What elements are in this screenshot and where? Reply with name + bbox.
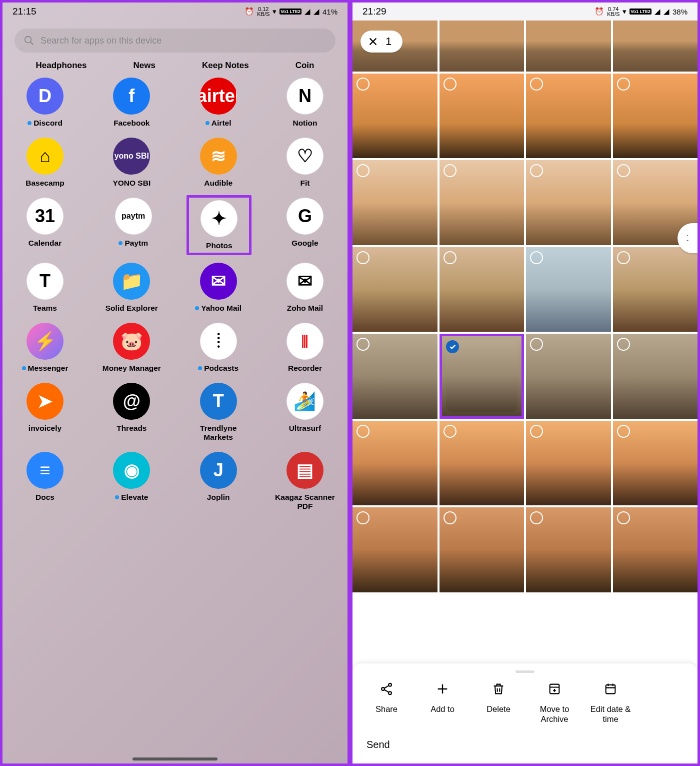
app-label: Docs <box>36 493 54 502</box>
selection-count: 1 <box>386 35 392 48</box>
app-elevate[interactable]: ◉Elevate <box>99 452 164 511</box>
selection-circle-icon[interactable] <box>356 511 370 524</box>
drag-handle-icon[interactable] <box>516 670 534 673</box>
selection-circle-icon[interactable] <box>617 511 630 524</box>
selection-circle-icon[interactable] <box>444 511 456 524</box>
navigation-pill[interactable] <box>132 757 218 760</box>
app-zoho[interactable]: ✉Zoho Mail <box>272 263 338 313</box>
photo-thumbnail[interactable] <box>613 247 698 332</box>
action-cal[interactable]: Edit date & time <box>582 682 638 724</box>
photo-thumbnail[interactable] <box>352 334 438 419</box>
photo-thumbnail[interactable] <box>440 74 524 159</box>
photo-thumbnail[interactable] <box>440 21 524 72</box>
app-facebook[interactable]: fFacebook <box>99 78 164 128</box>
selection-circle-icon[interactable] <box>356 251 370 264</box>
selection-circle-icon[interactable] <box>444 78 456 91</box>
yono-icon: yono SBI <box>113 138 150 175</box>
folder-coin[interactable]: Coin <box>296 61 314 71</box>
selection-circle-icon[interactable] <box>444 251 456 264</box>
app-joplin[interactable]: JJoplin <box>186 452 251 511</box>
selection-checked-icon[interactable] <box>446 340 459 353</box>
app-teams[interactable]: TTeams <box>12 263 78 313</box>
photo-thumbnail[interactable] <box>613 507 698 592</box>
selection-circle-icon[interactable] <box>356 164 370 177</box>
app-messenger[interactable]: ⚡Messenger <box>12 323 78 373</box>
app-label: Joplin <box>207 493 230 502</box>
app-recorder[interactable]: ⦀Recorder <box>272 323 338 373</box>
photo-thumbnail[interactable] <box>440 421 524 506</box>
selection-circle-icon[interactable] <box>444 425 456 438</box>
app-discord[interactable]: DDiscord <box>12 78 78 128</box>
selection-circle-icon[interactable] <box>530 338 543 351</box>
photo-thumbnail[interactable] <box>352 160 438 245</box>
selection-count-pill[interactable]: 1 <box>360 31 402 53</box>
photo-thumbnail[interactable] <box>526 334 611 419</box>
photo-thumbnail[interactable] <box>613 334 698 419</box>
app-ultrasurf[interactable]: 🏄Ultrasurf <box>272 383 338 442</box>
app-money[interactable]: 🐷Money Manager <box>99 323 164 373</box>
folder-headphones[interactable]: Headphones <box>36 61 87 71</box>
airtel-icon: airtel <box>200 78 237 115</box>
folder-news[interactable]: News <box>134 61 156 71</box>
app-photos[interactable]: ✦Photos <box>186 195 252 255</box>
selection-circle-icon[interactable] <box>444 164 456 177</box>
selection-circle-icon[interactable] <box>530 78 543 91</box>
photo-thumbnail[interactable] <box>613 21 698 72</box>
selection-circle-icon[interactable] <box>617 425 630 438</box>
app-paytm[interactable]: paytmPaytm <box>101 198 166 253</box>
close-icon[interactable] <box>368 36 378 47</box>
invoicely-icon: ➤ <box>26 383 64 420</box>
app-audible[interactable]: ≋Audible <box>186 138 251 188</box>
photo-thumbnail[interactable] <box>352 247 438 332</box>
app-basecamp[interactable]: ⌂Basecamp <box>12 138 78 188</box>
app-google[interactable]: GGoogle <box>272 198 338 253</box>
app-fit[interactable]: ♡Fit <box>272 138 338 188</box>
photo-thumbnail[interactable] <box>526 247 611 332</box>
photo-thumbnail[interactable] <box>526 160 611 245</box>
selection-circle-icon[interactable] <box>617 251 630 264</box>
app-docs[interactable]: ≡Docs <box>12 452 78 511</box>
selection-circle-icon[interactable] <box>617 338 630 351</box>
action-archive[interactable]: Move to Archive <box>526 682 582 724</box>
app-yono[interactable]: yono SBIYONO SBI <box>99 138 164 188</box>
selection-circle-icon[interactable] <box>530 251 543 264</box>
photo-thumbnail[interactable] <box>440 160 524 245</box>
selection-circle-icon[interactable] <box>356 425 370 438</box>
messenger-icon: ⚡ <box>26 323 64 360</box>
selection-circle-icon[interactable] <box>356 338 370 351</box>
app-notion[interactable]: NNotion <box>272 78 338 128</box>
photo-thumbnail[interactable] <box>352 74 438 159</box>
photo-thumbnail[interactable] <box>526 421 611 506</box>
photo-thumbnail-selected[interactable] <box>440 334 524 419</box>
selection-circle-icon[interactable] <box>530 425 543 438</box>
photo-thumbnail[interactable] <box>440 247 524 332</box>
teams-icon: T <box>26 263 64 300</box>
app-kaagaz[interactable]: ▤Kaagaz Scanner PDF <box>272 452 338 511</box>
selection-circle-icon[interactable] <box>617 78 630 91</box>
photo-thumbnail[interactable] <box>613 74 698 159</box>
action-share[interactable]: Share <box>358 682 414 724</box>
app-threads[interactable]: @Threads <box>99 383 164 442</box>
app-airtel[interactable]: airtelAirtel <box>186 78 251 128</box>
app-podcasts[interactable]: ⦙Podcasts <box>186 323 251 373</box>
photo-thumbnail[interactable] <box>352 421 438 506</box>
app-invoicely[interactable]: ➤invoicely <box>12 383 78 442</box>
photo-thumbnail[interactable] <box>526 507 611 592</box>
photo-thumbnail[interactable] <box>440 507 524 592</box>
photo-thumbnail[interactable] <box>526 21 611 72</box>
app-solidexplorer[interactable]: 📁Solid Explorer <box>99 263 164 313</box>
selection-circle-icon[interactable] <box>617 164 630 177</box>
app-yahoo[interactable]: ✉Yahoo Mail <box>186 263 251 313</box>
selection-circle-icon[interactable] <box>530 511 543 524</box>
action-plus[interactable]: Add to <box>414 682 470 724</box>
app-trendlyne[interactable]: TTrendlyne Markets <box>186 383 251 442</box>
folder-keep-notes[interactable]: Keep Notes <box>202 61 249 71</box>
photo-thumbnail[interactable] <box>613 421 698 506</box>
search-input[interactable]: Search for apps on this device <box>14 29 336 53</box>
selection-circle-icon[interactable] <box>530 164 543 177</box>
photo-thumbnail[interactable] <box>352 507 438 592</box>
selection-circle-icon[interactable] <box>356 78 370 91</box>
action-trash[interactable]: Delete <box>470 682 526 724</box>
photo-thumbnail[interactable] <box>526 74 611 159</box>
app-calendar[interactable]: 31Calendar <box>12 198 78 253</box>
